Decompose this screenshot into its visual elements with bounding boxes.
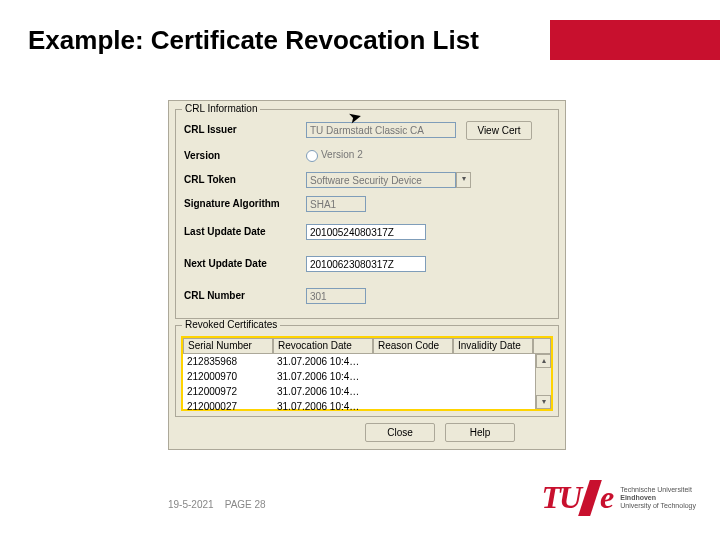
label-lastupd: Last Update Date bbox=[184, 226, 266, 237]
cell-serial: 212835968 bbox=[183, 354, 273, 369]
close-button[interactable]: Close bbox=[365, 423, 435, 442]
table-row[interactable]: 212835968 31.07.2006 10:4… bbox=[183, 354, 551, 369]
logo-e: e bbox=[600, 479, 612, 516]
cell-serial: 212000972 bbox=[183, 384, 273, 399]
table-row[interactable]: 212000027 31.07.2006 10:4… bbox=[183, 399, 551, 414]
crl-info-legend: CRL Information bbox=[182, 103, 260, 114]
th-invdate[interactable]: Invalidity Date bbox=[453, 338, 533, 354]
slide-title: Example: Certificate Revocation List bbox=[28, 25, 479, 56]
revoked-groupbox: Revoked Certificates Serial Number Revoc… bbox=[175, 325, 559, 417]
field-crlnum: 301 bbox=[306, 288, 366, 304]
cell-date: 31.07.2006 10:4… bbox=[273, 384, 373, 399]
title-bar: Example: Certificate Revocation List bbox=[0, 20, 720, 70]
logo-line1: Technische Universiteit bbox=[620, 486, 696, 494]
logo-line2: Eindhoven bbox=[620, 494, 696, 502]
title-accent bbox=[550, 20, 720, 60]
field-crl-token: Software Security Device bbox=[306, 172, 456, 188]
table-row[interactable]: 212000972 31.07.2006 10:4… bbox=[183, 384, 551, 399]
cell-serial: 212000970 bbox=[183, 369, 273, 384]
cell-date: 31.07.2006 10:4… bbox=[273, 354, 373, 369]
scroll-down-icon[interactable]: ▾ bbox=[536, 395, 551, 409]
label-version: Version bbox=[184, 150, 220, 161]
cell-serial: 212000027 bbox=[183, 399, 273, 414]
cell-date: 31.07.2006 10:4… bbox=[273, 369, 373, 384]
tue-logo: TU e Technische Universiteit Eindhoven U… bbox=[541, 479, 696, 516]
label-crl-token: CRL Token bbox=[184, 174, 236, 185]
table-scrollbar[interactable]: ▴ ▾ bbox=[535, 354, 551, 409]
label-nextupd: Next Update Date bbox=[184, 258, 267, 269]
scroll-up-icon[interactable]: ▴ bbox=[536, 354, 551, 368]
revoked-legend: Revoked Certificates bbox=[182, 319, 280, 330]
revoked-table: Serial Number Revocation Date Reason Cod… bbox=[181, 336, 553, 411]
field-crl-issuer: TU Darmstadt Classic CA bbox=[306, 122, 456, 138]
table-row[interactable]: 212000970 31.07.2006 10:4… bbox=[183, 369, 551, 384]
logo-slash-icon bbox=[578, 480, 602, 516]
crl-dialog: CRL Information CRL Issuer TU Darmstadt … bbox=[168, 100, 566, 450]
th-revdate[interactable]: Revocation Date bbox=[273, 338, 373, 354]
table-header: Serial Number Revocation Date Reason Cod… bbox=[183, 338, 551, 354]
logo-line3: University of Technology bbox=[620, 502, 696, 510]
label-sigalg: Signature Algorithm bbox=[184, 198, 280, 209]
label-crlnum: CRL Number bbox=[184, 290, 245, 301]
view-cert-button[interactable]: View Cert bbox=[466, 121, 532, 140]
th-serial[interactable]: Serial Number bbox=[183, 338, 273, 354]
help-button[interactable]: Help bbox=[445, 423, 515, 442]
radio-version[interactable] bbox=[306, 150, 318, 162]
radio-version-label: Version 2 bbox=[321, 149, 363, 160]
field-nextupd[interactable]: 20100623080317Z bbox=[306, 256, 426, 272]
slide-footer: 19-5-2021 PAGE 28 bbox=[168, 499, 266, 510]
th-filler bbox=[533, 338, 551, 354]
cell-date: 31.07.2006 10:4… bbox=[273, 399, 373, 414]
footer-date: 19-5-2021 bbox=[168, 499, 214, 510]
th-reason[interactable]: Reason Code bbox=[373, 338, 453, 354]
logo-tu: TU bbox=[541, 479, 580, 516]
field-lastupd[interactable]: 20100524080317Z bbox=[306, 224, 426, 240]
label-crl-issuer: CRL Issuer bbox=[184, 124, 237, 135]
footer-page: PAGE 28 bbox=[225, 499, 266, 510]
logo-text: Technische Universiteit Eindhoven Univer… bbox=[620, 486, 696, 510]
token-dropdown-icon[interactable]: ▾ bbox=[456, 172, 471, 188]
table-body: 212835968 31.07.2006 10:4… 212000970 31.… bbox=[183, 354, 551, 414]
field-sigalg: SHA1 bbox=[306, 196, 366, 212]
crl-info-groupbox: CRL Information CRL Issuer TU Darmstadt … bbox=[175, 109, 559, 319]
